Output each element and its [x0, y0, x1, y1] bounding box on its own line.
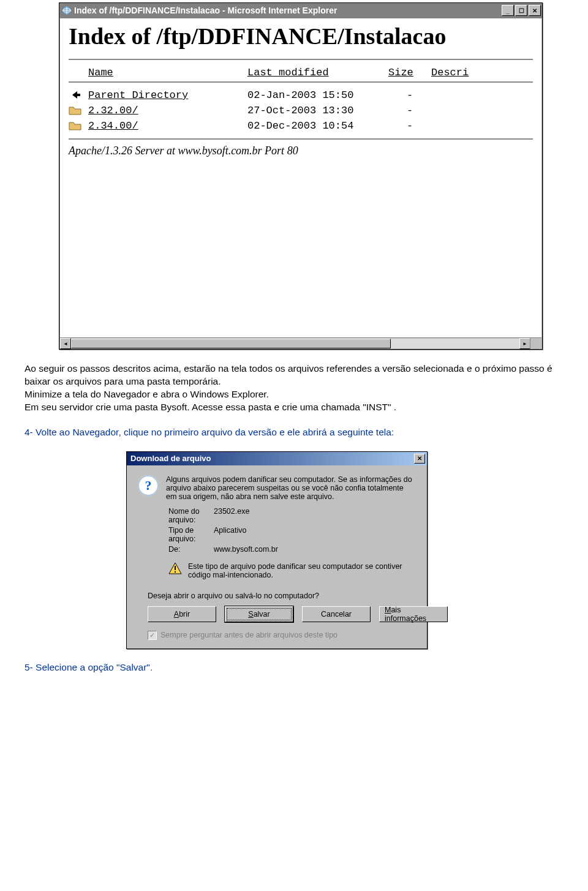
- filename-value: 23502.exe: [214, 507, 416, 524]
- server-signature: Apache/1.3.26 Server at www.bysoft.com.b…: [69, 145, 533, 157]
- browser-titlebar: Index of /ftp/DDFINANCE/Instalacao - Mic…: [59, 3, 542, 18]
- minimize-button[interactable]: _: [502, 5, 514, 16]
- page-heading: Index of /ftp/DDFINANCE/Instalacao: [69, 24, 461, 49]
- scroll-right-button[interactable]: ►: [519, 338, 530, 349]
- close-button[interactable]: ✕: [529, 5, 541, 16]
- cancel-button[interactable]: Cancelar: [302, 606, 371, 622]
- dialog-close-button[interactable]: ✕: [414, 454, 425, 464]
- from-value: www.bysoft.com.br: [214, 545, 416, 554]
- download-dialog: Download de arquivo ✕ ? Alguns arquivos …: [126, 451, 428, 649]
- from-label: De:: [168, 545, 211, 554]
- parent-directory-link[interactable]: Parent Directory: [88, 89, 188, 101]
- instruction-text: Em seu servidor crie uma pasta Bysoft. A…: [24, 401, 564, 414]
- instruction-text: Minimize a tela do Navegador e abra o Wi…: [24, 388, 564, 401]
- open-button[interactable]: Abrir: [148, 606, 216, 622]
- col-name[interactable]: Name: [88, 67, 247, 78]
- back-icon: [69, 89, 82, 100]
- ie-icon: [62, 6, 72, 15]
- step-4: 4- Volte ao Navegador, clique no primeir…: [24, 426, 564, 439]
- maximize-button[interactable]: ☐: [515, 5, 527, 16]
- col-desc[interactable]: Descri: [431, 67, 517, 78]
- scroll-corner: [530, 337, 541, 349]
- filetype-value: Aplicativo: [214, 526, 416, 543]
- folder-link[interactable]: 2.32.00/: [88, 105, 138, 116]
- col-size[interactable]: Size: [388, 67, 431, 78]
- more-info-button[interactable]: Mais informações: [379, 606, 448, 622]
- browser-title: Index of /ftp/DDFINANCE/Instalacao - Mic…: [74, 6, 500, 15]
- svg-rect-2: [77, 94, 80, 96]
- cell-modified: 02-Jan-2003 15:50: [247, 89, 388, 101]
- h-scroll-thumb[interactable]: [71, 339, 391, 348]
- svg-rect-3: [175, 566, 176, 570]
- horizontal-scrollbar[interactable]: ◄ ►: [60, 337, 530, 349]
- cell-size: -: [388, 105, 431, 116]
- dialog-warning-intro: Alguns arquivos podem danificar seu comp…: [166, 475, 416, 501]
- listing-row: 2.32.00/ 27-Oct-2003 13:30 -: [69, 103, 533, 118]
- question-icon: ?: [138, 475, 159, 496]
- cell-modified: 27-Oct-2003 13:30: [247, 105, 388, 116]
- filetype-label: Tipo de arquivo:: [168, 526, 211, 543]
- cell-modified: 02-Dec-2003 10:54: [247, 120, 388, 132]
- dialog-title: Download de arquivo: [130, 454, 413, 463]
- col-modified[interactable]: Last modified: [247, 67, 388, 78]
- always-ask-checkbox: ✓: [148, 631, 157, 640]
- always-ask-label: Sempre perguntar antes de abrir arquivos…: [160, 631, 337, 639]
- filename-label: Nome do arquivo:: [168, 507, 211, 524]
- folder-icon: [69, 105, 82, 116]
- listing-row: 2.34.00/ 02-Dec-2003 10:54 -: [69, 118, 533, 133]
- dialog-question: Deseja abrir o arquivo ou salvá-lo no co…: [148, 592, 416, 600]
- browser-window: Index of /ftp/DDFINANCE/Instalacao - Mic…: [59, 2, 543, 350]
- svg-rect-4: [175, 571, 176, 573]
- listing-header: Name Last modified Size Descri: [69, 65, 533, 80]
- save-button[interactable]: Salvar: [225, 606, 293, 622]
- scroll-left-button[interactable]: ◄: [60, 338, 71, 349]
- dialog-titlebar: Download de arquivo ✕: [127, 452, 427, 465]
- warning-icon: [168, 562, 182, 574]
- instruction-text: Ao seguir os passos descritos acima, est…: [24, 363, 564, 388]
- folder-icon: [69, 120, 82, 131]
- cell-size: -: [388, 89, 431, 101]
- cell-size: -: [388, 120, 431, 132]
- folder-link[interactable]: 2.34.00/: [88, 120, 138, 132]
- dialog-warning2: Este tipo de arquivo pode danificar seu …: [188, 562, 416, 579]
- listing-row: Parent Directory 02-Jan-2003 15:50 -: [69, 88, 533, 103]
- step-5: 5- Selecione a opção "Salvar".: [24, 661, 564, 674]
